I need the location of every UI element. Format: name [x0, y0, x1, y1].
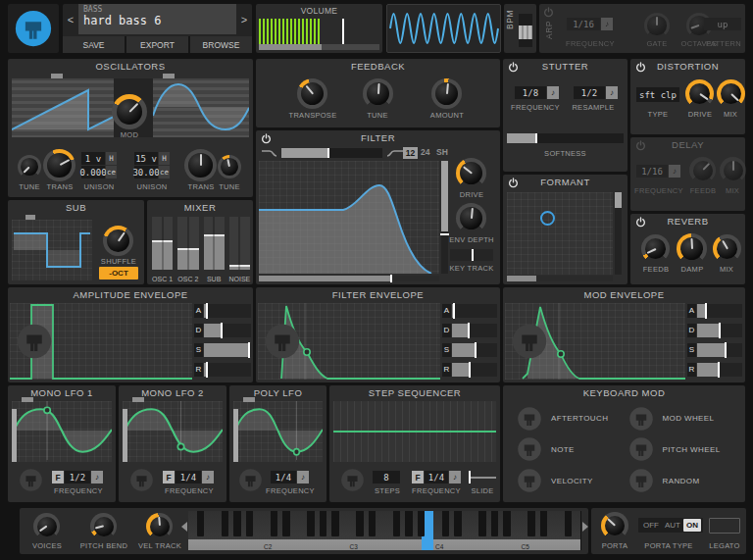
- porta-knob[interactable]: [601, 512, 628, 539]
- step-sequencer-frequency-value[interactable]: 1/4: [425, 471, 448, 484]
- mono-lfo1-note-icon[interactable]: ♪: [91, 471, 103, 484]
- delay-feedb-knob[interactable]: [689, 157, 716, 183]
- osc2-unison-detune[interactable]: 30.00: [134, 166, 158, 178]
- legato-toggle[interactable]: [709, 518, 740, 534]
- step-sequencer-display[interactable]: [333, 401, 496, 462]
- sub-wave-display[interactable]: [12, 220, 92, 280]
- mono-lfo2-note-icon[interactable]: ♪: [202, 471, 214, 484]
- mod-source-random[interactable]: RANDOM: [628, 465, 740, 496]
- piano-key-A#4[interactable]: [503, 511, 511, 536]
- adsr-slider[interactable]: [204, 363, 251, 377]
- adsr-slider[interactable]: [452, 324, 497, 337]
- stutter-softness-slider[interactable]: [507, 133, 624, 143]
- stutter-frequency-value[interactable]: 1/8: [515, 86, 546, 99]
- piano-key-D#2[interactable]: [282, 511, 290, 536]
- filter-env-mod-icon[interactable]: [264, 323, 301, 360]
- piano-key-F#4[interactable]: [478, 511, 486, 536]
- distortion-mix-knob[interactable]: [717, 79, 745, 108]
- piano-key-A#3[interactable]: [418, 511, 426, 536]
- mono-lfo1-amp-slider[interactable]: [12, 409, 17, 462]
- formant-x-slider[interactable]: [507, 276, 613, 281]
- save-button[interactable]: SAVE: [63, 36, 125, 53]
- filter-12db-button[interactable]: 12: [403, 147, 418, 159]
- mono-lfo1-wave-handle[interactable]: [22, 397, 33, 402]
- osc2-unison-voices[interactable]: 15 v: [134, 152, 158, 165]
- osc1-harmonize-button[interactable]: H: [106, 152, 117, 165]
- piano-key-D#5[interactable]: [540, 511, 548, 536]
- browse-button[interactable]: BROWSE: [190, 36, 252, 53]
- mono-lfo2-frequency-value[interactable]: 1/4: [176, 471, 201, 484]
- stutter-resample-value[interactable]: 1/2: [574, 86, 605, 99]
- mod-envelope-display[interactable]: [505, 303, 685, 380]
- arp-frequency-note-icon[interactable]: ♪: [601, 18, 613, 30]
- mono-lfo1-display[interactable]: [12, 401, 112, 462]
- piano-keyboard[interactable]: C2C3C4C5: [188, 511, 580, 550]
- preset-next-button[interactable]: >: [236, 4, 252, 35]
- piano-key-G#2[interactable]: [320, 511, 327, 536]
- porta-type-off[interactable]: OFF: [640, 519, 662, 532]
- piano-key-F#5[interactable]: [565, 511, 573, 536]
- filter-env-depth-knob[interactable]: [456, 203, 486, 233]
- piano-key-F#1[interactable]: [222, 511, 229, 536]
- piano-key-C#5[interactable]: [527, 511, 535, 536]
- reverb-damp-knob[interactable]: [677, 233, 707, 264]
- filter-blend-slider[interactable]: [281, 148, 382, 158]
- piano-key-G#1[interactable]: [233, 511, 241, 536]
- mixer-fader[interactable]: [204, 217, 225, 270]
- feedback-transpose-knob[interactable]: [297, 78, 327, 109]
- filter-drive-knob[interactable]: [456, 158, 486, 188]
- adsr-slider[interactable]: [452, 304, 497, 318]
- stutter-resample-note-icon[interactable]: ♪: [606, 86, 618, 99]
- poly-lfo-display[interactable]: [233, 401, 323, 462]
- adsr-slider[interactable]: [204, 343, 251, 357]
- piano-key-G#4[interactable]: [491, 511, 499, 536]
- preset-prev-button[interactable]: <: [63, 4, 78, 35]
- piano-key-F#2[interactable]: [307, 511, 315, 536]
- mono-lfo1-f-button[interactable]: F: [52, 471, 64, 484]
- piano-key-D#4[interactable]: [454, 511, 462, 536]
- mod-source-pitch-wheel[interactable]: PITCH WHEEL: [628, 434, 740, 466]
- mod-source-icon[interactable]: [628, 468, 654, 493]
- osc2-harmonize-button[interactable]: H: [159, 152, 170, 165]
- piano-key-G#3[interactable]: [405, 511, 413, 536]
- feedback-amount-knob[interactable]: [431, 78, 462, 109]
- mono-lfo2-wave-handle[interactable]: [132, 397, 144, 402]
- adsr-slider[interactable]: [697, 324, 742, 337]
- adsr-slider[interactable]: [697, 343, 742, 357]
- piano-key-A#1[interactable]: [246, 511, 254, 536]
- filter-resonance-slider[interactable]: [441, 161, 448, 274]
- poly-lfo-mod-icon[interactable]: [238, 468, 263, 492]
- distortion-drive-knob[interactable]: [685, 79, 714, 108]
- adsr-slider[interactable]: [452, 343, 497, 357]
- mono-lfo1-frequency-value[interactable]: 1/2: [65, 471, 90, 484]
- distortion-type-value[interactable]: sft clp: [636, 87, 679, 102]
- poly-lfo-note-icon[interactable]: ♪: [297, 471, 309, 484]
- voices-knob[interactable]: [33, 513, 60, 539]
- osc1-unison-detune[interactable]: 0.000: [81, 166, 105, 178]
- mod-source-icon[interactable]: [517, 468, 542, 493]
- adsr-slider[interactable]: [204, 324, 251, 337]
- stutter-frequency-note-icon[interactable]: ♪: [547, 86, 559, 99]
- arp-frequency-value[interactable]: 1/16: [567, 18, 600, 30]
- mod-source-icon[interactable]: [628, 406, 654, 432]
- export-button[interactable]: EXPORT: [126, 36, 188, 53]
- arp-power-icon[interactable]: [543, 7, 554, 18]
- piano-key-A#2[interactable]: [331, 511, 339, 536]
- adsr-slider[interactable]: [204, 304, 251, 318]
- sub-oct-button[interactable]: -OCT: [99, 267, 138, 280]
- osc2-trans-knob[interactable]: [184, 149, 217, 181]
- step-sequencer-mod-icon[interactable]: [340, 468, 365, 492]
- arp-pattern-value[interactable]: up: [704, 18, 741, 30]
- formant-xy-handle[interactable]: [540, 211, 555, 226]
- filter-response-display[interactable]: [259, 161, 439, 274]
- piano-key-C#4[interactable]: [442, 511, 450, 536]
- osc1-trans-knob[interactable]: [43, 149, 75, 181]
- mono-lfo2-display[interactable]: [123, 401, 223, 462]
- mixer-fader[interactable]: [229, 217, 250, 270]
- filter-24db-button[interactable]: 24: [421, 147, 429, 157]
- reverb-mix-knob[interactable]: [713, 234, 741, 263]
- filter-envelope-display[interactable]: [258, 303, 440, 380]
- keyboard-scroll-left-icon[interactable]: [176, 522, 187, 532]
- osc2-wave-display[interactable]: [153, 78, 249, 137]
- filter-sh-button[interactable]: SH: [436, 147, 448, 157]
